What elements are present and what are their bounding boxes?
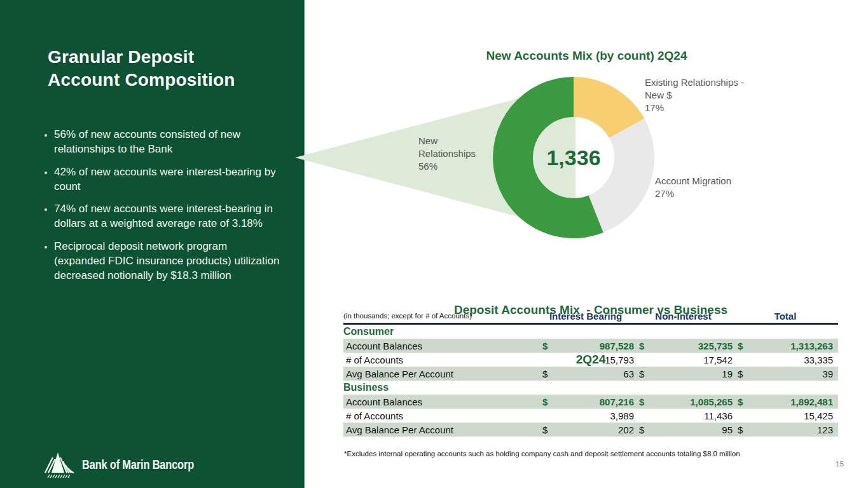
label-line: New $ (645, 89, 744, 102)
currency-symbol: $ (733, 423, 750, 437)
table-row: # of Accounts 15,793 17,542 33,335 (343, 353, 838, 367)
cell-value: 11,436 (652, 409, 733, 423)
label-line: Existing Relationships - (645, 76, 744, 89)
currency-symbol: $ (634, 367, 652, 381)
mountain-logo-icon (45, 450, 76, 479)
cell-value: 1,892,481 (750, 395, 838, 409)
currency-symbol-empty (733, 409, 750, 423)
section-label: Business (343, 381, 838, 395)
bullet-item-4: Reciprocal deposit network program (expa… (54, 239, 280, 283)
presentation-slide: Granular DepositAccount Composition 56% … (0, 0, 868, 488)
deposit-accounts-table: (in thousands; except for # of Accounts)… (343, 309, 838, 437)
section-row-consumer: Consumer (343, 324, 838, 339)
table-row: # of Accounts 3,989 11,436 15,425 (343, 409, 838, 423)
cell-value: 1,085,265 (652, 395, 733, 409)
row-label: # of Accounts (343, 353, 537, 367)
cell-value: 202 (553, 423, 634, 437)
column-header-non-interest: Non-Interest (634, 309, 733, 324)
currency-symbol: $ (733, 339, 750, 353)
bullet-item-3: 74% of new accounts were interest-bearin… (54, 201, 280, 231)
label-line: Relationships (418, 147, 476, 160)
cell-value: 807,216 (553, 395, 634, 409)
label-line: 56% (418, 160, 476, 173)
currency-symbol-empty (537, 353, 553, 367)
cell-value: 325,735 (652, 339, 733, 353)
table-units-note: (in thousands; except for # of Accounts) (343, 309, 537, 324)
table-row: Avg Balance Per Account $ 202 $ 95 $ 123 (343, 423, 838, 437)
section-label: Consumer (343, 324, 838, 339)
cell-value: 19 (652, 367, 733, 381)
cell-value: 95 (652, 423, 733, 437)
currency-symbol-empty (733, 353, 750, 367)
currency-symbol: $ (537, 339, 553, 353)
currency-symbol: $ (733, 367, 750, 381)
table-row: Account Balances $ 987,528 $ 325,735 $ 1… (343, 339, 838, 353)
currency-symbol: $ (634, 423, 652, 437)
section-row-business: Business (343, 381, 838, 395)
label-existing-relationships: Existing Relationships - New $ 17% (645, 76, 744, 114)
row-label: Avg Balance Per Account (343, 423, 537, 437)
currency-symbol: $ (537, 367, 553, 381)
bullet-item-2: 42% of new accounts were interest-bearin… (54, 165, 280, 194)
currency-symbol: $ (634, 395, 652, 409)
cell-value: 1,313,263 (750, 339, 838, 353)
bullet-list: 56% of new accounts consisted of new rel… (41, 127, 280, 291)
table-footnote: *Excludes internal operating accounts su… (344, 450, 740, 458)
label-account-migration: Account Migration 27% (655, 175, 731, 200)
currency-symbol: $ (537, 423, 553, 437)
donut-chart (485, 69, 663, 247)
cell-value: 39 (750, 367, 838, 381)
bullet-item-1: 56% of new accounts consisted of new rel… (54, 127, 280, 157)
currency-symbol-empty (537, 409, 553, 423)
row-label: Avg Balance Per Account (343, 367, 537, 381)
currency-symbol: $ (537, 395, 553, 409)
label-line: Account Migration (655, 175, 731, 187)
label-line: 17% (645, 102, 744, 114)
label-line: 27% (655, 187, 731, 200)
page-number: 15 (836, 460, 844, 468)
slide-title: Granular DepositAccount Composition (48, 46, 277, 92)
company-logo-text: Bank of Marin Bancorp (82, 457, 194, 472)
slide-title-line2: Account Composition (48, 70, 235, 90)
table-row: Avg Balance Per Account $ 63 $ 19 $ 39 (343, 367, 838, 381)
donut-chart-title: New Accounts Mix (by count) 2Q24 (305, 49, 868, 63)
slide-title-line1: Granular Deposit (48, 47, 194, 67)
column-header-interest-bearing: Interest Bearing (537, 309, 634, 324)
company-logo: Bank of Marin Bancorp (45, 450, 226, 479)
cell-value: 63 (553, 367, 634, 381)
column-header-total: Total (733, 309, 838, 324)
sidebar-panel: Granular DepositAccount Composition 56% … (0, 0, 305, 488)
currency-symbol-empty (634, 409, 652, 423)
row-label: Account Balances (343, 339, 537, 353)
cell-value: 15,793 (553, 353, 634, 367)
cell-value: 987,528 (553, 339, 634, 353)
currency-symbol-empty (634, 353, 652, 367)
table-row: Account Balances $ 807,216 $ 1,085,265 $… (343, 395, 838, 409)
row-label: # of Accounts (343, 409, 537, 423)
donut-slice-account-migration (589, 119, 654, 233)
label-line: New (418, 135, 476, 147)
cell-value: 123 (750, 423, 838, 437)
currency-symbol: $ (733, 395, 750, 409)
row-label: Account Balances (343, 395, 537, 409)
cell-value: 33,335 (750, 353, 838, 367)
currency-symbol: $ (634, 339, 652, 353)
cell-value: 15,425 (750, 409, 838, 423)
cell-value: 3,989 (553, 409, 634, 423)
table-header-row: (in thousands; except for # of Accounts)… (343, 309, 838, 324)
cell-value: 17,542 (652, 353, 733, 367)
label-new-relationships: New Relationships 56% (418, 135, 476, 173)
